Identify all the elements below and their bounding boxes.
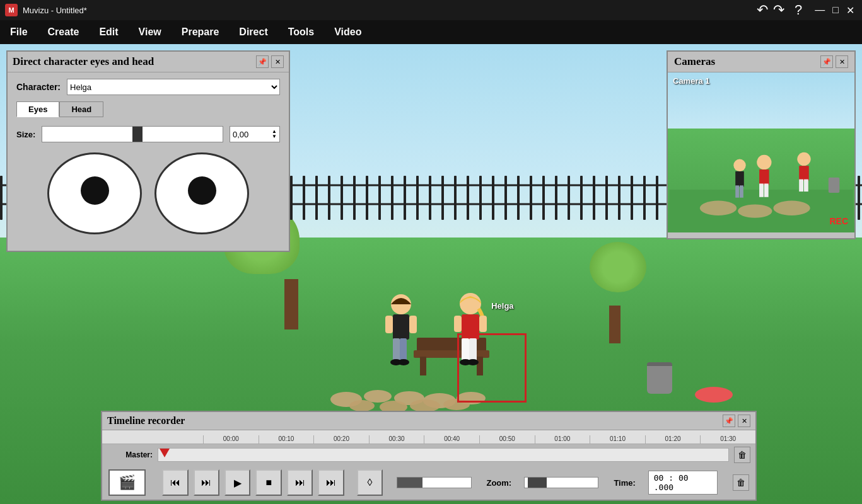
window-controls: — □ ✕ (812, 4, 857, 16)
character-dropdown[interactable]: Helga (67, 79, 280, 95)
svg-rect-50 (605, 176, 608, 220)
step-forward-button[interactable]: ⏭ (287, 469, 313, 496)
svg-rect-109 (799, 166, 809, 180)
size-label: Size: (16, 130, 35, 139)
timeline-title-bar: Timeline recorder 📌 ✕ (102, 412, 755, 430)
svg-rect-40 (479, 176, 482, 220)
tabs-row: Eyes Head (16, 101, 280, 117)
minimize-button[interactable]: — (812, 4, 827, 16)
svg-rect-46 (555, 176, 557, 220)
size-row: Size: 0,00 ▲ ▼ (16, 126, 280, 142)
trash-can (647, 362, 672, 394)
eyes-panel-pin[interactable]: 📌 (256, 55, 269, 68)
svg-rect-42 (504, 176, 507, 220)
undo-redo-group: ↶ ↷ ? (757, 2, 802, 18)
timeline-pin-button[interactable]: 📌 (723, 415, 735, 427)
svg-rect-37 (441, 176, 444, 220)
svg-rect-31 (366, 176, 368, 220)
scroll-thumb (397, 478, 422, 488)
track-bar[interactable] (158, 448, 729, 462)
stop-icon: ■ (265, 477, 272, 488)
timeline-transport-controls: 🎬 ⏮ ⏭ ▶ ■ ⏭ ⏭ ◊ Zoom: (102, 466, 755, 500)
menu-create[interactable]: Create (45, 24, 82, 40)
menu-edit[interactable]: Edit (96, 24, 120, 40)
svg-rect-36 (429, 176, 431, 220)
menu-video[interactable]: Video (332, 24, 364, 40)
cameras-panel-pin[interactable]: 📌 (820, 55, 833, 68)
help-button[interactable]: ? (795, 2, 802, 18)
play-button[interactable]: ▶ (224, 469, 250, 496)
size-slider-fill (42, 127, 132, 142)
close-button[interactable]: ✕ (844, 4, 857, 16)
menu-direct[interactable]: Direct (236, 24, 270, 40)
redo-button[interactable]: ↷ (773, 2, 784, 18)
eye-right (154, 152, 249, 234)
zoom-bar[interactable] (524, 477, 598, 488)
eyes-panel-title: Direct character eyes and head (13, 55, 154, 68)
clapperboard-icon: 🎬 (119, 474, 136, 491)
menu-tools[interactable]: Tools (286, 24, 317, 40)
tab-head[interactable]: Head (59, 101, 103, 117)
size-slider[interactable] (42, 126, 223, 142)
skip-to-end-button[interactable]: ⏭ (318, 469, 344, 496)
tree-top-right (590, 242, 646, 292)
skip-end-icon: ⏭ (326, 477, 336, 488)
svg-point-78 (410, 399, 440, 412)
undo-button[interactable]: ↶ (757, 2, 768, 18)
size-value: 0,00 (233, 130, 248, 139)
delete-icon: 🗑 (738, 450, 747, 460)
ruler-mark-2: 00:20 (313, 435, 369, 444)
scene-button[interactable]: 🎬 (108, 469, 146, 496)
app-icon: M (5, 4, 18, 16)
eye-left (47, 152, 142, 234)
eyes-panel-close[interactable]: ✕ (271, 55, 284, 68)
ruler-mark-8: 01:20 (645, 435, 701, 444)
menu-prepare[interactable]: Prepare (179, 24, 222, 40)
svg-rect-33 (391, 176, 393, 220)
eyes-display (16, 152, 280, 234)
size-slider-thumb[interactable] (132, 127, 143, 142)
svg-point-99 (773, 201, 810, 215)
ruler-mark-1: 00:10 (259, 435, 314, 444)
svg-rect-25 (290, 176, 293, 220)
svg-rect-87 (409, 316, 417, 333)
svg-rect-102 (735, 185, 739, 197)
svg-rect-45 (542, 176, 545, 220)
track-label: Master: (107, 450, 153, 459)
track-delete-button[interactable]: 🗑 (734, 447, 750, 463)
timeline-close-button[interactable]: ✕ (738, 415, 750, 427)
tab-eyes[interactable]: Eyes (16, 101, 59, 117)
zoom-thumb (528, 478, 547, 488)
svg-rect-101 (735, 171, 744, 186)
camera-scene (668, 129, 854, 232)
svg-point-98 (738, 204, 772, 217)
menu-view[interactable]: View (136, 24, 164, 40)
keyframe-button[interactable]: ◊ (357, 469, 383, 496)
cameras-panel-close[interactable]: ✕ (836, 55, 848, 68)
menu-bar: File Create Edit View Prepare Direct Too… (0, 20, 862, 44)
tree-trunk-right (609, 306, 620, 343)
skip-to-start-button[interactable]: ⏮ (162, 469, 188, 496)
svg-rect-49 (593, 176, 595, 220)
cameras-panel-controls: 📌 ✕ (820, 55, 848, 68)
svg-point-72 (364, 390, 392, 403)
maximize-button[interactable]: □ (830, 4, 841, 16)
size-down-arrow[interactable]: ▼ (272, 134, 277, 139)
menu-file[interactable]: File (8, 24, 30, 40)
svg-rect-38 (454, 176, 457, 220)
time-display: 00 : 00 .000 (648, 471, 718, 495)
step-back-button[interactable]: ⏭ (194, 469, 219, 496)
size-arrows: ▲ ▼ (272, 129, 277, 139)
svg-rect-52 (631, 176, 633, 220)
size-value-box: 0,00 ▲ ▼ (230, 126, 280, 142)
stop-button[interactable]: ■ (255, 469, 281, 496)
ruler-mark-4: 00:40 (424, 435, 479, 444)
ruler-mark-9: 01:30 (700, 435, 755, 444)
timeline-delete-button[interactable]: 🗑 (733, 474, 749, 491)
svg-rect-70 (858, 176, 860, 220)
svg-rect-2 (0, 176, 3, 220)
zoom-label: Zoom: (486, 478, 511, 488)
svg-rect-83 (400, 338, 407, 362)
svg-rect-105 (759, 169, 769, 185)
scroll-bar-horizontal[interactable] (397, 477, 471, 488)
